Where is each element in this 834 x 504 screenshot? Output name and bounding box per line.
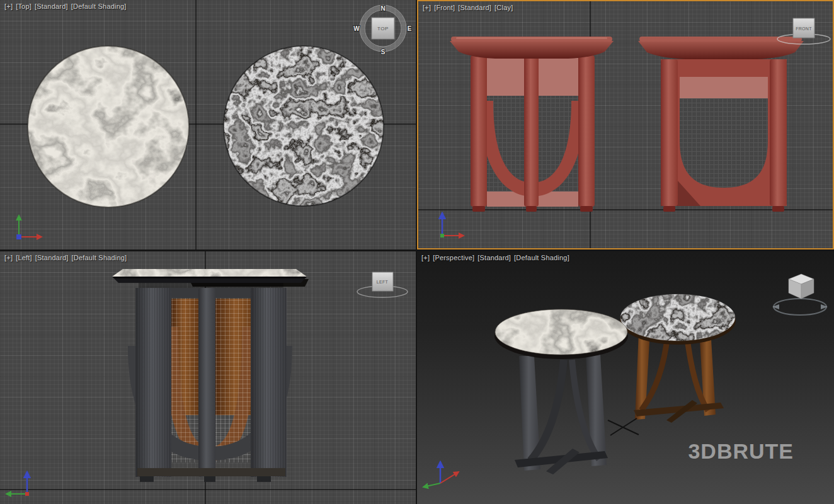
viewport-shading-menu[interactable]: [Default Shading] (72, 254, 127, 261)
compass-north[interactable]: N (380, 5, 385, 12)
viewport-menu-front: [+] [Front] [Standard] [Clay] (423, 4, 513, 11)
viewport-shading-menu[interactable]: [Default Shading] (514, 254, 569, 261)
y-axis-arrow (423, 483, 440, 487)
ground-cross-marker (608, 418, 639, 435)
perspective-scene[interactable] (417, 251, 834, 504)
viewport-general-menu[interactable]: [+] (4, 254, 13, 261)
dark-marble-tabletop[interactable] (224, 46, 384, 206)
viewcube-face-label[interactable]: FRONT (796, 26, 812, 31)
tabletop-side-slab[interactable] (112, 269, 309, 288)
viewport-general-menu[interactable]: [+] (4, 3, 13, 10)
viewport-perspective[interactable]: [+] [Perspective] [Standard] [Default Sh… (417, 251, 834, 504)
top-view-scene[interactable]: TOP N E S W (0, 0, 416, 249)
viewport-front-active[interactable]: [+] [Front] [Standard] [Clay] (417, 0, 834, 249)
viewport-pov-menu[interactable]: [Perspective] (433, 254, 474, 261)
z-axis-marker (16, 234, 21, 239)
compass-east[interactable]: E (408, 25, 412, 32)
viewport-left[interactable]: [+] [Left] [Standard] [Default Shading] (0, 251, 416, 504)
viewport-top[interactable]: [+] [Top] [Standard] [Default Shading] T… (0, 0, 416, 249)
viewcube-left[interactable]: LEFT (357, 272, 408, 297)
viewport-renderer-menu[interactable]: [Standard] (35, 254, 69, 261)
viewport-pov-menu[interactable]: [Front] (434, 4, 455, 11)
x-axis-marker (25, 492, 29, 496)
viewport-menu-left: [+] [Left] [Standard] [Default Shading] (4, 254, 127, 261)
y-axis-marker (440, 234, 444, 238)
viewport-renderer-menu[interactable]: [Standard] (458, 4, 491, 11)
viewcube-face-label[interactable]: TOP (377, 26, 389, 32)
white-marble-tabletop[interactable] (28, 46, 189, 207)
viewport-pov-menu[interactable]: [Left] (16, 254, 32, 261)
viewport-menu-top: [+] [Top] [Standard] [Default Shading] (4, 3, 127, 10)
dark-marble-side-table[interactable] (620, 294, 736, 423)
white-marble-side-table[interactable] (494, 309, 628, 474)
axis-tripod-front-view (418, 207, 469, 246)
viewport-shading-menu[interactable]: [Clay] (494, 4, 513, 11)
viewport-shading-menu[interactable]: [Default Shading] (71, 3, 127, 10)
viewport-renderer-menu[interactable]: [Standard] (477, 254, 511, 261)
axis-tripod-perspective (417, 452, 471, 496)
viewport-pov-menu[interactable]: [Top] (16, 3, 31, 10)
clay-table-rotated[interactable] (638, 37, 804, 212)
viewport-renderer-menu[interactable]: [Standard] (35, 3, 68, 10)
clay-table-front[interactable] (450, 37, 614, 212)
viewcube-top[interactable]: TOP N E S W (353, 5, 411, 55)
viewcube-face-label[interactable]: LEFT (377, 280, 389, 284)
max-4-viewport-layout: [+] [Top] [Standard] [Default Shading] T… (0, 0, 834, 504)
x-axis-arrow (440, 472, 459, 483)
viewport-menu-perspective: [+] [Perspective] [Standard] [Default Sh… (421, 254, 569, 261)
axis-tripod-left-view (0, 467, 50, 504)
front-view-scene[interactable]: FRONT (418, 1, 833, 248)
viewport-general-menu[interactable]: [+] (421, 254, 430, 261)
compass-south[interactable]: S (381, 49, 386, 55)
left-view-scene[interactable]: LEFT (0, 251, 416, 504)
gray-table-front[interactable] (128, 288, 292, 482)
viewport-general-menu[interactable]: [+] (423, 4, 431, 11)
axis-tripod-top-view (0, 208, 50, 247)
watermark-3dbrute: 3DBRUTE (688, 439, 794, 464)
compass-west[interactable]: W (353, 25, 360, 32)
viewcube-perspective[interactable] (772, 274, 828, 315)
